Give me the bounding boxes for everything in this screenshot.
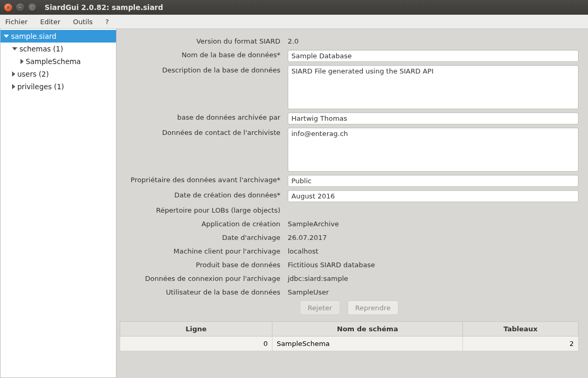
- col-schema[interactable]: Nom de schéma: [272, 322, 463, 337]
- store-button[interactable]: Reprendre: [348, 301, 398, 315]
- chevron-down-icon: [12, 47, 17, 50]
- menu-help[interactable]: ?: [106, 18, 109, 26]
- input-archiver-contact[interactable]: [288, 128, 579, 172]
- menu-tools[interactable]: Outils: [73, 18, 93, 26]
- input-db-name[interactable]: [288, 50, 579, 62]
- window-close-button[interactable]: ×: [4, 4, 12, 12]
- value-db-product: Fictitious SIARD database: [288, 260, 375, 270]
- tree-schema-item[interactable]: SampleSchema: [1, 55, 116, 68]
- input-db-desc[interactable]: [288, 65, 579, 109]
- window-minimize-button[interactable]: –: [16, 4, 24, 12]
- menu-file[interactable]: Fichier: [5, 18, 28, 26]
- label-client-machine: Machine client pour l'archivage: [120, 246, 288, 257]
- value-producer-app: SampleArchive: [288, 219, 339, 229]
- table-row[interactable]: 0 SampleSchema 2: [120, 337, 579, 351]
- cell-row-index: 0: [120, 337, 272, 351]
- chevron-down-icon: [4, 35, 9, 38]
- tree-privileges-label: privileges (1): [17, 82, 64, 91]
- label-db-desc: Description de la base de données: [120, 65, 288, 76]
- label-db-product: Produit base de données: [120, 260, 288, 270]
- cell-table-count: 2: [463, 337, 579, 351]
- value-connection: jdbc:siard:sample: [288, 274, 348, 284]
- col-tables[interactable]: Tableaux: [463, 322, 579, 337]
- label-lob-dir: Répertoire pour LOBs (large objects): [120, 205, 288, 216]
- label-data-owner: Propriétaire des données avant l'archiva…: [120, 175, 288, 185]
- input-archiver[interactable]: [288, 112, 579, 124]
- tree-schema-item-label: SampleSchema: [26, 57, 81, 66]
- chevron-right-icon: [20, 59, 24, 64]
- schema-table: Ligne Nom de schéma Tableaux 0 SampleSch…: [120, 321, 579, 351]
- tree-root-label: sample.siard: [11, 32, 56, 40]
- window-titlebar: × – ▢ SiardGui 2.0.82: sample.siard: [0, 0, 588, 15]
- label-db-user: Utilisateur de la base de données: [120, 287, 288, 298]
- tree-root[interactable]: sample.siard: [1, 30, 116, 43]
- input-data-owner[interactable]: [288, 175, 579, 187]
- label-archiver: base de données archivée par: [120, 112, 288, 123]
- menu-edit[interactable]: Editer: [40, 18, 61, 26]
- value-db-user: SampleUser: [288, 287, 329, 298]
- chevron-right-icon: [12, 84, 15, 89]
- input-origin-ts[interactable]: [288, 190, 579, 202]
- label-producer-app: Application de création: [120, 219, 288, 229]
- label-db-name: Nom de la base de données*: [120, 50, 288, 60]
- label-connection: Données de connexion pour l'archivage: [120, 274, 288, 284]
- form-actions: Rejeter Reprendre: [120, 301, 579, 315]
- tree-schemas-label: schemas (1): [19, 45, 63, 53]
- navigation-tree[interactable]: sample.siard schemas (1) SampleSchema us…: [0, 29, 117, 378]
- label-archive-date: Date d'archivage: [120, 233, 288, 243]
- label-siard-version: Version du format SIARD: [120, 36, 288, 47]
- discard-button[interactable]: Rejeter: [300, 301, 340, 315]
- label-archiver-contact: Données de contact de l'archiviste: [120, 128, 288, 138]
- value-client-machine: localhost: [288, 246, 318, 257]
- value-siard-version: 2.0: [288, 36, 299, 47]
- menubar: Fichier Editer Outils ?: [0, 15, 588, 29]
- window-maximize-button[interactable]: ▢: [28, 4, 36, 12]
- value-archive-date: 26.07.2017: [288, 233, 327, 243]
- cell-schema-name: SampleSchema: [272, 337, 463, 351]
- tree-users-label: users (2): [17, 70, 49, 78]
- tree-schemas[interactable]: schemas (1): [1, 43, 116, 55]
- tree-users[interactable]: users (2): [1, 68, 116, 80]
- chevron-right-icon: [12, 71, 15, 77]
- col-row[interactable]: Ligne: [120, 322, 272, 337]
- window-title: SiardGui 2.0.82: sample.siard: [45, 3, 163, 12]
- tree-privileges[interactable]: privileges (1): [1, 80, 116, 93]
- label-origin-ts: Date de création des données*: [120, 190, 288, 201]
- detail-panel: Version du format SIARD 2.0 Nom de la ba…: [117, 29, 588, 378]
